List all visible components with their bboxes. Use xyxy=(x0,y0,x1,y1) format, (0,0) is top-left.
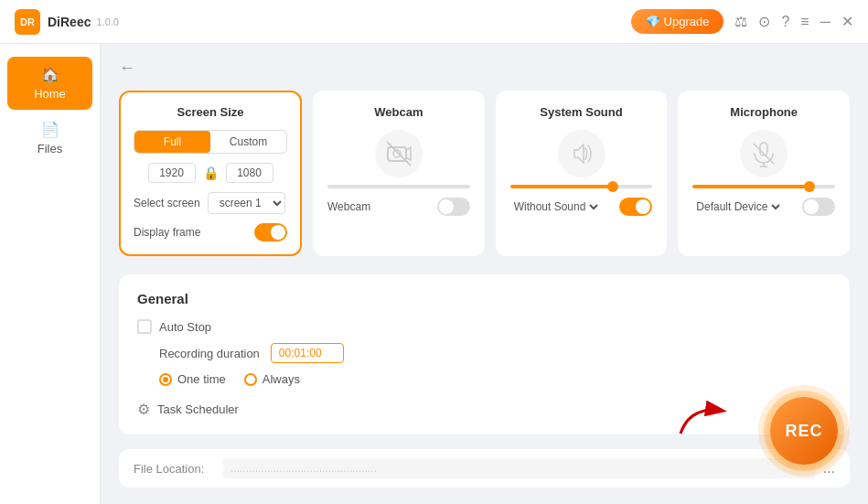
close-icon[interactable]: ✕ xyxy=(841,13,853,30)
webcam-toggle-knob xyxy=(439,199,454,214)
crown-icon: 💎 xyxy=(646,15,660,28)
file-location-path: ........................................… xyxy=(223,458,816,478)
mic-device-select[interactable]: Default Device xyxy=(692,199,783,214)
webcam-label: Webcam xyxy=(327,200,370,213)
help-icon[interactable]: ? xyxy=(781,14,789,30)
content-area: ← Screen Size Full Custom 🔒 Select scree… xyxy=(101,44,868,504)
sidebar-item-files[interactable]: 📄 Files xyxy=(7,112,92,165)
rec-button[interactable]: REC xyxy=(770,397,838,465)
system-sound-title: System Sound xyxy=(510,105,653,119)
auto-stop-label: Auto Stop xyxy=(159,320,211,334)
webcam-slider[interactable] xyxy=(327,185,470,188)
files-icon: 📄 xyxy=(41,121,59,138)
back-button[interactable]: ← xyxy=(119,59,135,78)
toggle-knob xyxy=(271,225,285,240)
mic-device-row: Default Device xyxy=(692,198,835,216)
microphone-title: Microphone xyxy=(692,105,835,119)
record-circle-icon[interactable]: ⊙ xyxy=(758,13,770,30)
system-sound-toggle-knob xyxy=(636,199,650,214)
titlebar-actions: 💎 Upgrade ⚖ ⊙ ? ≡ ─ ✕ xyxy=(631,9,853,34)
width-input[interactable] xyxy=(148,163,196,183)
sidebar: 🏠 Home 📄 Files xyxy=(0,44,101,504)
svg-line-7 xyxy=(754,144,774,164)
mic-slider-thumb xyxy=(804,181,815,192)
radio-one-time-label: One time xyxy=(177,372,226,386)
custom-size-button[interactable]: Custom xyxy=(210,131,286,153)
app-version: 1.0.0 xyxy=(96,16,118,27)
rec-container: REC xyxy=(758,385,850,477)
mic-toggle-knob xyxy=(804,199,819,214)
display-frame-toggle[interactable] xyxy=(254,223,287,241)
titlebar: DR DiReec 1.0.0 💎 Upgrade ⚖ ⊙ ? ≡ ─ ✕ xyxy=(0,0,868,44)
system-sound-bottom: Without Sound xyxy=(510,198,653,216)
rec-middle-ring: REC xyxy=(764,391,844,471)
rec-outer-ring: REC xyxy=(758,385,850,477)
system-sound-slider[interactable] xyxy=(510,185,653,188)
sidebar-item-home[interactable]: 🏠 Home xyxy=(7,57,92,110)
file-location-label: File Location: xyxy=(134,462,216,476)
sound-select[interactable]: Without Sound xyxy=(510,199,601,214)
sound-icon-wrap xyxy=(510,130,653,177)
menu-icon[interactable]: ≡ xyxy=(800,14,809,30)
sound-select-row: Without Sound xyxy=(510,199,601,214)
system-sound-toggle[interactable] xyxy=(619,198,652,216)
lock-icon: 🔒 xyxy=(203,166,219,180)
select-screen-row: Select screen screen 1 xyxy=(134,192,287,214)
webcam-icon-wrap xyxy=(327,130,470,177)
mic-slider[interactable] xyxy=(692,185,835,188)
display-frame-label: Display frame xyxy=(134,226,200,239)
mic-toggle[interactable] xyxy=(802,198,835,216)
mic-icon xyxy=(740,130,788,177)
sound-icon xyxy=(558,130,605,177)
sound-slider-thumb xyxy=(607,181,618,192)
sidebar-home-label: Home xyxy=(34,87,66,101)
resolution-row: 🔒 xyxy=(134,163,287,183)
upgrade-button[interactable]: 💎 Upgrade xyxy=(631,9,724,34)
svg-marker-2 xyxy=(406,147,411,160)
minimize-icon[interactable]: ─ xyxy=(820,14,830,30)
coin-icon[interactable]: ⚖ xyxy=(734,13,747,30)
webcam-card: Webcam xyxy=(313,91,485,256)
sidebar-files-label: Files xyxy=(38,142,62,155)
webcam-toggle[interactable] xyxy=(437,198,470,216)
radio-always-indicator xyxy=(244,373,257,386)
auto-stop-checkbox[interactable] xyxy=(137,319,152,334)
app-name: DiReec xyxy=(48,15,91,29)
cards-row: Screen Size Full Custom 🔒 Select screen … xyxy=(119,91,850,256)
duration-input[interactable] xyxy=(271,343,344,363)
webcam-slider-row xyxy=(327,185,470,188)
display-frame-row: Display frame xyxy=(134,223,287,241)
full-size-button[interactable]: Full xyxy=(134,131,210,153)
file-location-row: File Location: .........................… xyxy=(119,449,850,488)
radio-row: One time Always xyxy=(159,372,831,386)
size-toggle: Full Custom xyxy=(134,130,287,154)
height-input[interactable] xyxy=(226,163,273,183)
select-screen-label: Select screen xyxy=(134,197,200,209)
home-icon: 🏠 xyxy=(41,66,59,83)
radio-always[interactable]: Always xyxy=(244,372,300,386)
microphone-card: Microphone xyxy=(678,91,850,256)
radio-one-time[interactable]: One time xyxy=(159,372,226,386)
webcam-bottom: Webcam xyxy=(327,198,470,216)
svg-line-3 xyxy=(387,142,411,166)
recording-duration-row: Recording duration xyxy=(159,343,831,363)
auto-stop-row: Auto Stop xyxy=(137,319,831,334)
screen-size-title: Screen Size xyxy=(134,105,287,119)
mic-icon-wrap xyxy=(692,130,835,177)
general-title: General xyxy=(137,291,831,306)
system-sound-card: System Sound xyxy=(496,91,668,256)
app-logo: DR xyxy=(15,9,40,35)
arrow-icon xyxy=(671,388,735,438)
general-section: General Auto Stop Recording duration One… xyxy=(119,274,850,434)
gear-icon: ⚙ xyxy=(137,401,150,418)
radio-always-label: Always xyxy=(263,372,300,386)
arrow-container xyxy=(671,388,735,442)
task-scheduler-label: Task Scheduler xyxy=(157,402,239,416)
screen-size-card: Screen Size Full Custom 🔒 Select screen … xyxy=(119,91,302,256)
main-layout: 🏠 Home 📄 Files ← Screen Size Full Custom… xyxy=(0,44,868,504)
webcam-icon xyxy=(375,130,423,177)
radio-one-time-indicator xyxy=(159,373,172,386)
webcam-title: Webcam xyxy=(327,105,470,119)
recording-duration-label: Recording duration xyxy=(159,347,260,360)
screen-select[interactable]: screen 1 xyxy=(208,192,285,214)
